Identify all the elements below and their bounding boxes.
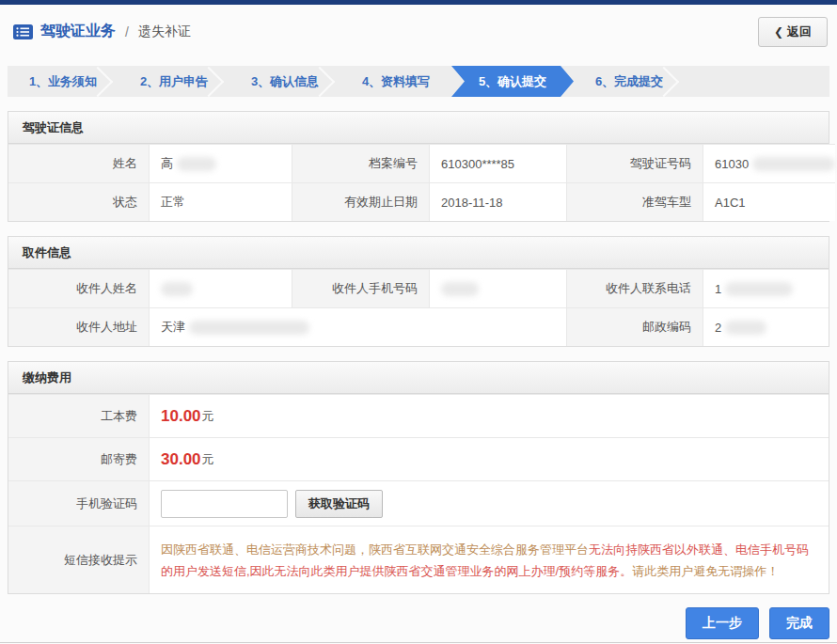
label-vehicle-class: 准驾车型: [567, 182, 703, 221]
production-fee-amount: 10.00: [161, 407, 201, 426]
sms-notice-part3: 请此类用户避免无谓操作！: [632, 564, 779, 578]
label-production-fee: 工本费: [8, 394, 150, 437]
label-recipient-mobile: 收件人手机号码: [292, 269, 430, 307]
sms-code-input[interactable]: [161, 490, 288, 518]
section-fees: 缴纳费用 工本费 10.00 元 邮寄费 30.00 元 手机验证码 获取验证码…: [8, 361, 829, 594]
section-license-info: 驾驶证信息 姓名 高 档案编号 610300****85 驾驶证号码 61030…: [8, 111, 829, 222]
label-name: 姓名: [8, 144, 150, 182]
label-status: 状态: [8, 182, 150, 221]
page: 驾驶证业务 / 遗失补证 ❮ 返回 1、业务须知 2、用户申告 3、确认信息 4…: [0, 0, 837, 644]
bottom-divider: [0, 642, 837, 643]
value-recipient-name: [150, 269, 292, 307]
sms-notice-part1: 因陕西省联通、电信运营商技术问题，陕西省互联网交通安全综合服务管理平台: [161, 542, 589, 557]
value-name: 高: [150, 144, 292, 182]
steps-bar-filler: [685, 66, 829, 97]
breadcrumb-separator: /: [125, 24, 129, 39]
value-recipient-mobile: [430, 269, 567, 307]
page-header: 驾驶证业务 / 遗失补证 ❮ 返回: [0, 5, 837, 58]
step-3-confirm-info[interactable]: 3、确认信息: [229, 66, 340, 97]
value-license-number: 61030: [703, 144, 835, 182]
value-status: 正常: [150, 182, 292, 221]
section-title-fees: 缴纳费用: [8, 362, 829, 394]
section-title-pickup: 取件信息: [8, 237, 829, 269]
label-valid-until: 有效期止日期: [292, 182, 430, 221]
value-file-number: 610300****85: [430, 144, 567, 182]
step-2-user-declaration[interactable]: 2、用户申告: [118, 66, 229, 97]
previous-step-button[interactable]: 上一步: [686, 607, 759, 639]
license-table: 姓名 高 档案编号 610300****85 驾驶证号码 61030 状态 正常…: [8, 144, 829, 221]
chevron-left-icon: ❮: [774, 25, 783, 39]
list-icon: [13, 24, 33, 39]
value-postal-code: 2: [703, 307, 829, 346]
value-recipient-phone: 1: [703, 269, 829, 307]
sms-notice-cell: 因陕西省联通、电信运营商技术问题，陕西省互联网交通安全综合服务管理平台无法向持陕…: [150, 526, 829, 593]
label-recipient-address: 收件人地址: [8, 307, 150, 346]
value-production-fee: 10.00 元: [150, 394, 829, 437]
step-5-confirm-submit[interactable]: 5、确认提交: [451, 66, 574, 97]
steps-bar: 1、业务须知 2、用户申告 3、确认信息 4、资料填写 5、确认提交 6、完成提…: [8, 66, 829, 97]
step-6-complete-submit[interactable]: 6、完成提交: [574, 66, 685, 97]
breadcrumb-current: 遗失补证: [138, 24, 191, 40]
redacted-recipient-name: [161, 282, 193, 296]
pickup-table: 收件人姓名 收件人手机号码 收件人联系电话 1 收件人地址 天津 邮政编码 2: [8, 269, 829, 346]
value-valid-until: 2018-11-18: [430, 182, 567, 221]
label-recipient-name: 收件人姓名: [8, 269, 150, 307]
label-postage-fee: 邮寄费: [8, 437, 150, 480]
page-title: 驾驶证业务: [40, 22, 116, 41]
step-4-fill-materials[interactable]: 4、资料填写: [340, 66, 451, 97]
postage-fee-unit: 元: [202, 451, 214, 468]
section-pickup-info: 取件信息 收件人姓名 收件人手机号码 收件人联系电话 1 收件人地址 天津 邮政…: [8, 236, 829, 347]
back-button[interactable]: ❮ 返回: [758, 17, 828, 47]
redacted-recipient-address: [189, 321, 309, 335]
finish-button[interactable]: 完成: [769, 607, 829, 639]
redacted-recipient-phone: [725, 282, 793, 296]
breadcrumb: 驾驶证业务 / 遗失补证: [13, 22, 191, 41]
redacted-postal-code: [725, 321, 766, 335]
section-title-license: 驾驶证信息: [8, 112, 829, 144]
value-recipient-address: 天津: [150, 307, 567, 346]
postage-fee-amount: 30.00: [161, 450, 201, 469]
footer-actions: 上一步 完成: [8, 607, 829, 639]
value-vehicle-class: A1C1: [703, 182, 835, 221]
fees-table: 工本费 10.00 元 邮寄费 30.00 元 手机验证码 获取验证码 短信接收…: [8, 394, 829, 593]
redacted-name: [177, 157, 216, 171]
label-postal-code: 邮政编码: [567, 307, 703, 346]
get-sms-code-button[interactable]: 获取验证码: [295, 490, 383, 518]
back-button-label: 返回: [787, 24, 812, 40]
sms-notice-text: 因陕西省联通、电信运营商技术问题，陕西省互联网交通安全综合服务管理平台无法向持陕…: [150, 529, 829, 591]
label-recipient-phone: 收件人联系电话: [567, 269, 703, 307]
sms-code-cell: 获取验证码: [150, 480, 829, 526]
step-1-business-notice[interactable]: 1、业务须知: [8, 66, 118, 97]
value-postage-fee: 30.00 元: [150, 437, 829, 480]
redacted-recipient-mobile: [441, 282, 479, 296]
label-license-number: 驾驶证号码: [567, 144, 703, 182]
label-file-number: 档案编号: [292, 144, 430, 182]
redacted-license-number: [752, 157, 835, 171]
label-sms-notice: 短信接收提示: [8, 526, 150, 593]
label-sms-code: 手机验证码: [8, 480, 150, 526]
production-fee-unit: 元: [202, 408, 214, 425]
